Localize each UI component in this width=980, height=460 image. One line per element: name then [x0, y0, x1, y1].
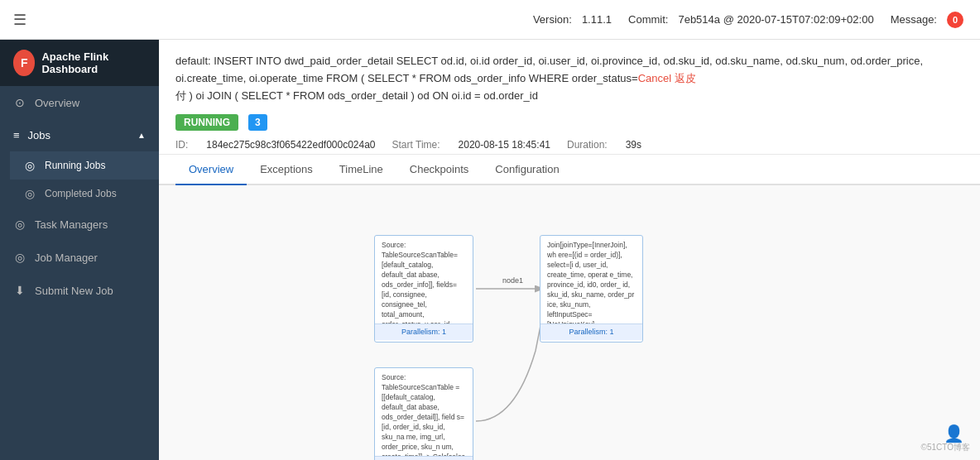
running-badge: RUNNING — [175, 114, 238, 131]
flow-node-1[interactable]: Source: TableSourceScanTable=[default_ca… — [374, 235, 473, 343]
version-value: 1.11.1 — [582, 13, 612, 26]
graph-area: node1 Source: TableSourceScanTable=[defa… — [159, 185, 980, 460]
sidebar-item-jobs[interactable]: ≡ Jobs ▲ — [0, 119, 159, 151]
sidebar-logo: F Apache Flink Dashboard — [0, 40, 159, 86]
node1-body: Source: TableSourceScanTable=[default_ca… — [375, 236, 473, 323]
person-icon: 👤 — [944, 424, 963, 443]
node1-footer: Parallelism: 1 — [375, 323, 473, 340]
node2-footer: Parallelism: 1 — [540, 323, 642, 340]
job-query: default: INSERT INTO dwd_paid_order_deta… — [175, 53, 963, 104]
node2-body: Join[joinType=[InnerJoin], wh ere=[(id =… — [540, 236, 642, 323]
hamburger-icon[interactable]: ☰ — [13, 11, 26, 29]
sidebar-item-submit-new-job[interactable]: ⬇ Submit New Job — [0, 274, 159, 307]
job-header: default: INSERT INTO dwd_paid_order_deta… — [159, 40, 980, 155]
version-label: Version: — [533, 13, 572, 26]
flow-node-2[interactable]: Join[joinType=[InnerJoin], wh ere=[(id =… — [540, 235, 643, 343]
tabs: Overview Exceptions TimeLine Checkpoints… — [159, 155, 980, 185]
header-right: Version: 1.11.1 Commit: 7eb514a @ 2020-0… — [533, 12, 967, 28]
header-left: ☰ — [13, 11, 26, 29]
task-managers-icon: ◎ — [13, 218, 26, 231]
message-label: Message: — [891, 13, 937, 26]
vertex-count-badge: 3 — [248, 114, 267, 131]
completed-jobs-icon: ◎ — [23, 187, 36, 200]
job-manager-label: Job Manager — [35, 252, 98, 264]
sidebar-item-job-manager[interactable]: ◎ Job Manager — [0, 241, 159, 274]
top-header: ☰ Version: 1.11.1 Commit: 7eb514a @ 2020… — [0, 0, 980, 40]
cancel-inline: Cancel 返皮 — [638, 72, 696, 84]
watermark: ©51CTO博客 — [921, 442, 970, 453]
duration-label: Duration: — [567, 139, 608, 151]
tab-checkpoints[interactable]: Checkpoints — [396, 155, 483, 185]
flow-node-3[interactable]: Source: TableSourceScanTable =[[default_… — [374, 367, 473, 460]
logo-text: Apache Flink Dashboard — [41, 50, 146, 75]
start-time-label: Start Time: — [392, 139, 440, 151]
completed-jobs-label: Completed Jobs — [45, 188, 117, 199]
node3-footer: Parallelism: 1 — [375, 456, 473, 460]
job-query-text2: 付 ) oi JOIN ( SELECT * FROM ods_order_de… — [175, 89, 538, 102]
start-time-value: 2020-08-15 18:45:41 — [459, 139, 550, 151]
task-managers-label: Task Managers — [35, 218, 108, 231]
message-badge[interactable]: 0 — [947, 12, 963, 28]
running-jobs-icon: ◎ — [23, 159, 36, 172]
duration-value: 39s — [626, 139, 641, 151]
jobs-label: Jobs — [28, 129, 50, 141]
sidebar-item-running-jobs[interactable]: ◎ Running Jobs — [10, 151, 159, 180]
overview-icon: ⊙ — [13, 96, 26, 109]
id-label: ID: — [175, 139, 188, 151]
job-status-row: RUNNING 3 — [175, 114, 963, 131]
tab-exceptions[interactable]: Exceptions — [247, 155, 326, 185]
tab-configuration[interactable]: Configuration — [482, 155, 572, 185]
running-jobs-label: Running Jobs — [45, 160, 105, 171]
flow-container: node1 Source: TableSourceScanTable=[defa… — [159, 185, 980, 460]
id-value: 184ec275c98c3f065422edf000c024a0 — [206, 139, 375, 151]
tab-timeline[interactable]: TimeLine — [326, 155, 396, 185]
submit-job-icon: ⬇ — [13, 284, 26, 297]
jobs-icon: ≡ — [13, 129, 20, 141]
job-meta: ID: 184ec275c98c3f065422edf000c024a0 Sta… — [175, 139, 963, 151]
commit-value: 7eb514a @ 2020-07-15T07:02:09+02:00 — [678, 13, 873, 26]
sidebar-item-completed-jobs[interactable]: ◎ Completed Jobs — [10, 180, 159, 208]
main-content: default: INSERT INTO dwd_paid_order_deta… — [159, 40, 980, 460]
job-manager-icon: ◎ — [13, 251, 26, 264]
sidebar-item-label: Overview — [35, 97, 79, 109]
jobs-chevron: ▲ — [137, 131, 146, 140]
tab-overview[interactable]: Overview — [175, 155, 247, 185]
sidebar-item-overview[interactable]: ⊙ Overview — [0, 86, 159, 119]
submit-job-label: Submit New Job — [35, 285, 113, 297]
commit-label: Commit: — [628, 13, 668, 26]
sidebar-item-task-managers[interactable]: ◎ Task Managers — [0, 208, 159, 241]
sidebar: F Apache Flink Dashboard ⊙ Overview ≡ Jo… — [0, 40, 159, 460]
svg-text:node1: node1 — [502, 276, 523, 285]
logo-icon: F — [13, 50, 35, 76]
job-query-text1: default: INSERT INTO dwd_paid_order_deta… — [175, 55, 923, 84]
node3-body: Source: TableSourceScanTable =[[default_… — [375, 368, 473, 456]
